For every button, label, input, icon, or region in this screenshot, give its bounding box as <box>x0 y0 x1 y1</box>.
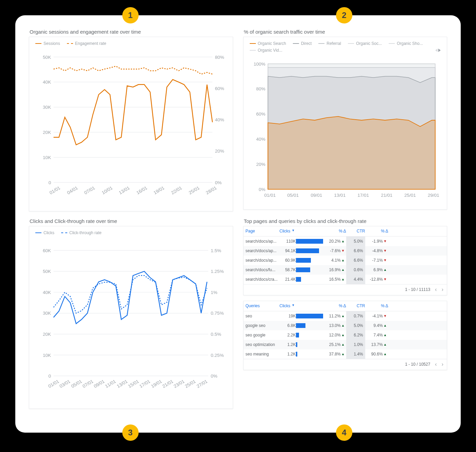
cell-clicks: 110K <box>280 239 296 244</box>
dashboard: 1 2 3 4 Organic sessions and engagement … <box>15 15 461 433</box>
table-row[interactable]: seo meaning 1.2K 37.8% ▲ 1.4% 90.6% ▲ <box>244 349 447 359</box>
arrow-up-icon: ▲ <box>341 352 345 356</box>
panel-traffic-share: % of organic search traffic over time Or… <box>243 29 447 211</box>
svg-text:0: 0 <box>49 180 51 185</box>
table-row[interactable]: google seo 6.8K 13.0% ▲ 5.0% 9.4% ▲ <box>244 321 447 330</box>
prev-page-button[interactable]: ‹ <box>435 286 437 293</box>
chart3-legend: Clicks Click-through rate <box>33 229 229 238</box>
table-pages-body: search/docs/ap... 110K 20.2% ▲ 5.0% -1.9… <box>244 237 447 284</box>
cell-delta2: 9.4% ▲ <box>365 323 388 328</box>
cell-page: google seo <box>246 323 280 328</box>
chart1-card[interactable]: Sessions Engagement rate 0 10K 20K <box>29 37 233 211</box>
svg-text:01/01: 01/01 <box>47 379 60 389</box>
arrow-down-icon: ▼ <box>384 249 387 253</box>
arrow-up-icon: ▲ <box>341 239 345 243</box>
arrow-down-icon: ▼ <box>384 277 387 281</box>
leg-vid: Organic Vid... <box>258 48 282 53</box>
hdr-queries[interactable]: Queries <box>246 303 280 308</box>
cell-delta: 37.8% ▲ <box>323 352 346 357</box>
hdr-delta2[interactable]: % Δ <box>365 229 388 233</box>
svg-text:21/01: 21/01 <box>161 379 174 389</box>
svg-text:30K: 30K <box>43 105 51 110</box>
svg-text:22/01: 22/01 <box>170 185 183 195</box>
legend-engagement: Engagement rate <box>75 41 106 46</box>
table-row[interactable]: seo google 2.2K 12.0% ▲ 6.2% 7.4% ▲ <box>244 330 447 340</box>
table-row[interactable]: seo 19K 11.2% ▲ 0.7% -4.1% ▼ <box>244 311 447 321</box>
arrow-up-icon: ▲ <box>341 258 345 262</box>
svg-text:0: 0 <box>49 373 51 379</box>
svg-text:23/01: 23/01 <box>173 379 186 389</box>
arrow-up-icon: ▲ <box>341 314 345 318</box>
table-row[interactable]: seo optimization 1.2K 25.1% ▲ 1.0% 13.7%… <box>244 340 447 349</box>
hdr-q-ctr[interactable]: CTR <box>346 303 365 308</box>
cell-bar <box>296 277 323 282</box>
table-pages[interactable]: Page Clicks ▼ % Δ CTR % Δ search/docs/ap… <box>243 226 447 295</box>
svg-text:15/01: 15/01 <box>127 379 140 389</box>
table-row[interactable]: search/docs/fu... 58.7K 16.9% ▲ 0.6% 6.9… <box>244 265 447 275</box>
table-row[interactable]: search/docs/cra... 21.4K 16.5% ▲ 4.4% -1… <box>244 275 447 284</box>
cell-delta2: -12.8% ▼ <box>365 277 388 282</box>
leg-direct: Direct <box>301 41 312 46</box>
svg-text:19/01: 19/01 <box>150 379 163 389</box>
table-row[interactable]: search/docs/ap... 94.1K -7.6% ▼ 6.6% -4.… <box>244 246 447 256</box>
hdr-q-delta2[interactable]: % Δ <box>365 303 388 308</box>
table-row[interactable]: search/docs/ap... 110K 20.2% ▲ 5.0% -1.9… <box>244 237 447 246</box>
queries-pagination: 1 - 10 / 10527 <box>405 362 430 367</box>
legend-scroll[interactable] <box>435 49 441 52</box>
prev-page-button[interactable]: ‹ <box>435 361 437 367</box>
legend-sessions: Sessions <box>43 41 60 46</box>
cell-bar <box>296 342 323 347</box>
panel-tables: Top pages and queries by clicks and clic… <box>243 218 447 409</box>
cell-ctr: 5.0% <box>346 237 365 246</box>
svg-text:27/01: 27/01 <box>196 379 208 389</box>
svg-text:05/01: 05/01 <box>70 379 83 389</box>
cell-page: search/docs/ap... <box>246 239 280 244</box>
chart2-card[interactable]: Organic Search Direct Referral Organic S… <box>243 37 447 210</box>
svg-text:01/01: 01/01 <box>264 193 276 198</box>
panel-clicks: Clicks and Click-through rate over time … <box>29 218 233 409</box>
chart3-title: Clicks and Click-through rate over time <box>29 218 233 224</box>
svg-text:25/01: 25/01 <box>404 193 416 198</box>
chart1-legend: Sessions Engagement rate <box>33 40 229 49</box>
next-page-button[interactable]: › <box>442 286 443 293</box>
chart3-svg: 0 10K 20K 30K 40K 50K 60K 0% 0.25% 0.5% … <box>33 238 229 405</box>
cell-delta: -7.6% ▼ <box>323 248 346 253</box>
table-pages-footer: 1 - 10 / 11113 ‹ › <box>244 284 447 295</box>
badge-3: 3 <box>122 424 139 441</box>
tables-title: Top pages and queries by clicks and clic… <box>243 218 447 224</box>
arrow-down-icon: ▼ <box>384 239 387 243</box>
cell-page: search/docs/ap... <box>246 248 280 253</box>
cell-bar <box>296 333 323 337</box>
svg-text:17/01: 17/01 <box>139 379 151 389</box>
cell-page: seo meaning <box>246 352 280 357</box>
chart3-card[interactable]: Clicks Click-through rate 0 10K 20K <box>29 226 233 409</box>
hdr-page[interactable]: Page <box>246 229 280 233</box>
svg-text:40K: 40K <box>43 290 51 295</box>
svg-text:19/01: 19/01 <box>153 185 165 195</box>
cell-clicks: 2.2K <box>280 333 296 337</box>
hdr-q-delta[interactable]: % Δ <box>323 303 346 308</box>
hdr-delta[interactable]: % Δ <box>323 229 346 233</box>
table-queries[interactable]: Queries Clicks ▼ % Δ CTR % Δ seo 19K 11.… <box>243 301 447 370</box>
svg-text:0.5%: 0.5% <box>211 332 221 337</box>
cell-bar <box>296 258 323 263</box>
svg-text:0.75%: 0.75% <box>211 311 224 316</box>
svg-text:25/01: 25/01 <box>184 379 197 389</box>
cell-bar <box>296 248 323 253</box>
badge-4: 4 <box>336 424 352 441</box>
cell-ctr: 4.4% <box>346 275 365 284</box>
cell-delta2: 90.6% ▲ <box>365 352 388 357</box>
sort-icon: ▼ <box>292 229 295 233</box>
arrow-up-icon: ▲ <box>384 343 387 346</box>
next-page-button[interactable]: › <box>442 361 443 367</box>
cell-clicks: 1.2K <box>280 352 296 357</box>
svg-text:03/01: 03/01 <box>59 379 71 389</box>
svg-text:11/01: 11/01 <box>104 379 117 389</box>
table-row[interactable]: search/docs/ap... 60.9K 4.1% ▲ 6.6% -7.1… <box>244 256 447 265</box>
cell-ctr: 0.6% <box>346 265 365 275</box>
chart1-title: Organic sessions and engagement rate ove… <box>29 29 233 35</box>
hdr-ctr[interactable]: CTR <box>346 229 365 233</box>
chart1-svg: 0 10K 20K 30K 40K 50K 0% 20% 40% 60% 80% <box>33 49 229 208</box>
svg-text:01/01: 01/01 <box>49 185 61 195</box>
cell-clicks: 94.1K <box>280 248 296 253</box>
